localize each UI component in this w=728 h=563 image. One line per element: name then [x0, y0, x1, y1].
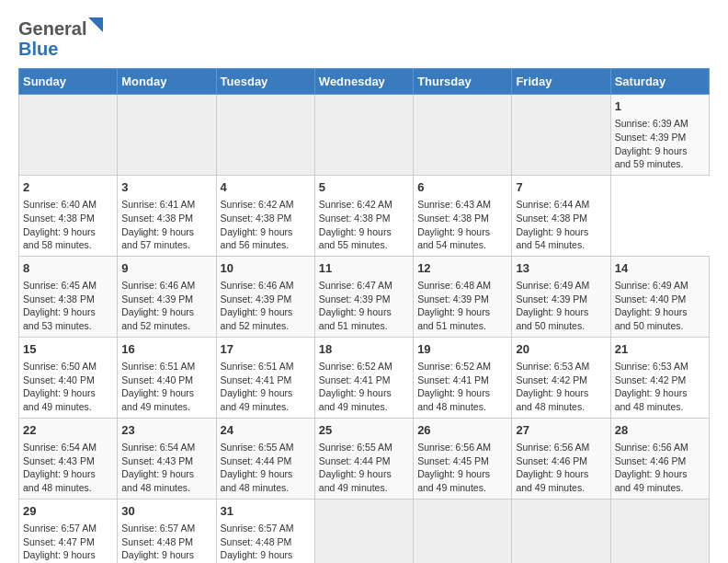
calendar-cell-6: 6 Sunrise: 6:43 AM Sunset: 4:38 PM Dayli… — [414, 175, 512, 256]
day-number: 19 — [417, 341, 507, 358]
day-number: 18 — [319, 341, 409, 358]
daylight-label: Daylight: 9 hours and 56 minutes. — [221, 226, 293, 251]
calendar-cell-29: 29 Sunrise: 6:57 AM Sunset: 4:47 PM Dayl… — [19, 499, 118, 563]
sunset-label: Sunset: 4:41 PM — [319, 374, 391, 385]
col-header-wednesday: Wednesday — [314, 69, 413, 95]
sunset-label: Sunset: 4:45 PM — [417, 455, 489, 466]
sunrise-label: Sunrise: 6:56 AM — [417, 442, 491, 453]
sunset-label: Sunset: 4:44 PM — [221, 455, 292, 466]
calendar-cell-17: 17 Sunrise: 6:51 AM Sunset: 4:41 PM Dayl… — [216, 337, 314, 418]
sunrise-label: Sunrise: 6:57 AM — [221, 523, 294, 534]
calendar-week-row: 1 Sunrise: 6:39 AM Sunset: 4:39 PM Dayli… — [19, 95, 710, 176]
col-header-friday: Friday — [512, 69, 610, 95]
day-number: 11 — [319, 260, 409, 277]
calendar-cell-13: 13 Sunrise: 6:49 AM Sunset: 4:39 PM Dayl… — [512, 256, 610, 337]
empty-cell — [19, 95, 118, 176]
day-number: 15 — [23, 341, 113, 358]
calendar-cell-26: 26 Sunrise: 6:56 AM Sunset: 4:45 PM Dayl… — [414, 418, 512, 499]
day-number: 13 — [516, 260, 606, 277]
sunrise-label: Sunrise: 6:54 AM — [121, 442, 195, 453]
day-number: 16 — [121, 341, 211, 358]
sunset-label: Sunset: 4:41 PM — [417, 374, 489, 385]
day-number: 31 — [221, 503, 311, 520]
daylight-label: Daylight: 9 hours and 50 minutes. — [516, 306, 588, 331]
empty-cell — [118, 95, 216, 176]
sunset-label: Sunset: 4:40 PM — [23, 374, 95, 385]
sunset-label: Sunset: 4:38 PM — [319, 213, 391, 224]
calendar-cell-2: 2 Sunrise: 6:40 AM Sunset: 4:38 PM Dayli… — [19, 175, 118, 256]
sunrise-label: Sunrise: 6:56 AM — [516, 442, 589, 453]
sunset-label: Sunset: 4:42 PM — [615, 374, 687, 385]
sunset-label: Sunset: 4:38 PM — [23, 213, 95, 224]
sunrise-label: Sunrise: 6:57 AM — [23, 523, 97, 534]
sunrise-label: Sunrise: 6:50 AM — [23, 361, 97, 372]
daylight-label: Daylight: 9 hours and 49 minutes. — [615, 468, 688, 493]
sunset-label: Sunset: 4:38 PM — [121, 213, 193, 224]
day-number: 9 — [121, 260, 211, 277]
empty-cell — [414, 95, 512, 176]
day-number: 22 — [23, 422, 113, 439]
sunrise-label: Sunrise: 6:55 AM — [319, 442, 392, 453]
calendar-cell-24: 24 Sunrise: 6:55 AM Sunset: 4:44 PM Dayl… — [216, 418, 314, 499]
sunrise-label: Sunrise: 6:52 AM — [319, 361, 392, 372]
sunset-label: Sunset: 4:46 PM — [615, 455, 687, 466]
sunrise-label: Sunrise: 6:48 AM — [417, 280, 491, 291]
day-number: 6 — [417, 179, 507, 196]
daylight-label: Daylight: 9 hours and 49 minutes. — [221, 387, 293, 412]
sunrise-label: Sunrise: 6:46 AM — [121, 280, 195, 291]
daylight-label: Daylight: 9 hours and 52 minutes. — [221, 306, 293, 331]
day-number: 27 — [516, 422, 606, 439]
sunset-label: Sunset: 4:43 PM — [121, 455, 193, 466]
sunrise-label: Sunrise: 6:42 AM — [221, 199, 294, 210]
calendar-cell-23: 23 Sunrise: 6:54 AM Sunset: 4:43 PM Dayl… — [118, 418, 216, 499]
calendar-table: SundayMondayTuesdayWednesdayThursdayFrid… — [18, 68, 710, 563]
sunrise-label: Sunrise: 6:52 AM — [417, 361, 491, 372]
daylight-label: Daylight: 9 hours and 48 minutes. — [221, 468, 293, 493]
calendar-week-row: 29 Sunrise: 6:57 AM Sunset: 4:47 PM Dayl… — [19, 499, 710, 563]
logo-general-text: General — [18, 18, 86, 39]
daylight-label: Daylight: 9 hours and 51 minutes. — [417, 306, 490, 331]
sunset-label: Sunset: 4:40 PM — [121, 374, 193, 385]
sunrise-label: Sunrise: 6:39 AM — [615, 118, 688, 129]
sunrise-label: Sunrise: 6:41 AM — [121, 199, 195, 210]
logo: General Blue — [18, 18, 103, 59]
sunset-label: Sunset: 4:47 PM — [23, 536, 95, 547]
calendar-cell-15: 15 Sunrise: 6:50 AM Sunset: 4:40 PM Dayl… — [19, 337, 118, 418]
day-number: 17 — [221, 341, 311, 358]
calendar-cell-5: 5 Sunrise: 6:42 AM Sunset: 4:38 PM Dayli… — [314, 175, 413, 256]
sunrise-label: Sunrise: 6:53 AM — [615, 361, 688, 372]
sunset-label: Sunset: 4:41 PM — [221, 374, 292, 385]
sunset-label: Sunset: 4:38 PM — [23, 293, 95, 304]
daylight-label: Daylight: 9 hours and 49 minutes. — [319, 387, 392, 412]
daylight-label: Daylight: 9 hours and 49 minutes. — [417, 468, 490, 493]
calendar-cell-20: 20 Sunrise: 6:53 AM Sunset: 4:42 PM Dayl… — [512, 337, 610, 418]
empty-cell — [314, 95, 413, 176]
calendar-header-row: SundayMondayTuesdayWednesdayThursdayFrid… — [19, 69, 710, 95]
sunset-label: Sunset: 4:48 PM — [121, 536, 193, 547]
calendar-cell-30: 30 Sunrise: 6:57 AM Sunset: 4:48 PM Dayl… — [118, 499, 216, 563]
day-number: 5 — [319, 179, 409, 196]
calendar-cell-14: 14 Sunrise: 6:49 AM Sunset: 4:40 PM Dayl… — [610, 256, 709, 337]
daylight-label: Daylight: 9 hours and 55 minutes. — [319, 226, 392, 251]
day-number: 29 — [23, 503, 113, 520]
calendar-cell-8: 8 Sunrise: 6:45 AM Sunset: 4:38 PM Dayli… — [19, 256, 118, 337]
day-number: 10 — [221, 260, 311, 277]
day-number: 8 — [23, 260, 113, 277]
empty-cell — [610, 499, 709, 563]
calendar-cell-22: 22 Sunrise: 6:54 AM Sunset: 4:43 PM Dayl… — [19, 418, 118, 499]
calendar-cell-7: 7 Sunrise: 6:44 AM Sunset: 4:38 PM Dayli… — [512, 175, 610, 256]
col-header-monday: Monday — [118, 69, 216, 95]
sunrise-label: Sunrise: 6:46 AM — [221, 280, 294, 291]
day-number: 26 — [417, 422, 507, 439]
daylight-label: Daylight: 9 hours and 48 minutes. — [23, 468, 96, 493]
daylight-label: Daylight: 9 hours and 49 minutes. — [121, 387, 194, 412]
sunset-label: Sunset: 4:38 PM — [516, 213, 587, 224]
sunset-label: Sunset: 4:38 PM — [417, 213, 489, 224]
calendar-cell-28: 28 Sunrise: 6:56 AM Sunset: 4:46 PM Dayl… — [610, 418, 709, 499]
daylight-label: Daylight: 9 hours and 48 minutes. — [121, 468, 194, 493]
day-number: 4 — [221, 179, 311, 196]
calendar-cell-27: 27 Sunrise: 6:56 AM Sunset: 4:46 PM Dayl… — [512, 418, 610, 499]
page-header: General Blue — [18, 18, 710, 59]
day-number: 25 — [319, 422, 409, 439]
empty-cell — [512, 95, 610, 176]
